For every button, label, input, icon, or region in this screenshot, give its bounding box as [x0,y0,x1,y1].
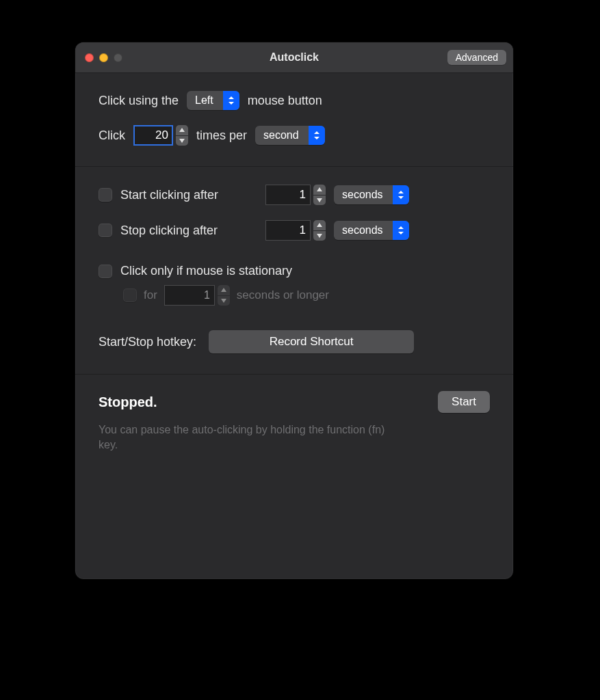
click-count-step-up[interactable] [176,125,188,135]
stationary-for-label: for [144,288,157,302]
stationary-for-checkbox [123,288,137,302]
start-after-label: Start clicking after [120,188,257,202]
chevron-up-down-icon [309,126,325,145]
chevron-up-icon [317,187,322,191]
mouse-button-select-value: Left [187,91,223,110]
label-click-using-the: Click using the [99,94,179,108]
stop-after-input[interactable] [265,220,311,241]
close-icon[interactable] [85,53,94,62]
rate-unit-select-value: second [255,126,309,145]
stop-after-stepper [313,220,326,241]
click-config-section: Click using the Left mouse button Click [75,73,513,167]
click-count-step-down[interactable] [176,136,188,146]
zoom-icon [114,53,122,62]
chevron-up-down-icon [393,221,409,240]
footer-section: Stopped. Start You can pause the auto-cl… [75,375,513,470]
stop-after-unit-value: seconds [334,221,393,240]
chevron-down-icon [221,299,226,303]
click-count-wrap [133,125,188,146]
chevron-up-down-icon [393,185,409,204]
start-after-unit-select[interactable]: seconds [334,185,409,204]
titlebar: Autoclick Advanced [75,42,513,73]
stop-after-row: Stop clicking after seconds [99,220,490,241]
hotkey-row: Start/Stop hotkey: Record Shortcut [99,330,490,353]
mouse-button-row: Click using the Left mouse button [99,91,490,110]
stationary-for-row: for seconds or longer [123,285,490,306]
minimize-icon[interactable] [99,53,108,62]
chevron-down-icon [179,139,185,143]
timing-section: Start clicking after seconds Stop clicki… [75,167,513,375]
stationary-for-stepper [218,285,230,306]
stop-after-checkbox[interactable] [99,224,112,237]
click-rate-row: Click times per second [99,125,490,146]
start-after-checkbox[interactable] [99,188,112,202]
stationary-checkbox[interactable] [99,265,112,278]
stationary-for-input [164,285,215,306]
autoclick-window: Autoclick Advanced Click using the Left … [75,42,513,579]
stop-after-wrap [265,220,326,241]
start-after-input[interactable] [265,185,311,205]
label-click: Click [99,129,125,143]
start-after-unit-value: seconds [334,185,393,204]
record-shortcut-button[interactable]: Record Shortcut [209,330,414,353]
chevron-up-icon [179,128,185,132]
label-times-per: times per [196,129,247,143]
chevron-up-icon [317,223,322,227]
stop-after-step-up[interactable] [313,220,326,230]
stationary-for-suffix: seconds or longer [237,288,329,302]
stationary-for-step-down [218,296,230,306]
start-after-wrap [265,185,326,205]
stationary-row: Click only if mouse is stationary [99,264,490,278]
stationary-for-step-up [218,285,230,295]
stop-after-step-down[interactable] [313,231,326,241]
label-mouse-button: mouse button [248,94,322,108]
click-count-input[interactable] [133,125,173,146]
start-after-step-down[interactable] [313,196,326,206]
start-after-step-up[interactable] [313,185,326,195]
click-count-stepper [176,125,188,146]
start-after-row: Start clicking after seconds [99,185,490,205]
footer-top-row: Stopped. Start [99,391,490,413]
stationary-for-wrap [164,285,230,306]
mouse-button-select[interactable]: Left [187,91,239,110]
stop-after-label: Stop clicking after [120,224,257,238]
advanced-button[interactable]: Advanced [447,50,506,65]
stationary-label: Click only if mouse is stationary [120,264,292,278]
hotkey-label: Start/Stop hotkey: [99,335,196,349]
chevron-up-icon [221,288,226,292]
start-after-stepper [313,185,326,205]
stop-after-unit-select[interactable]: seconds [334,221,409,240]
status-label: Stopped. [99,394,157,410]
chevron-down-icon [317,234,322,238]
chevron-up-down-icon [223,91,239,110]
chevron-down-icon [317,198,322,202]
hint-text: You can pause the auto-clicking by holdi… [99,422,400,452]
rate-unit-select[interactable]: second [255,126,325,145]
start-button[interactable]: Start [438,391,490,413]
traffic-lights [85,53,122,62]
